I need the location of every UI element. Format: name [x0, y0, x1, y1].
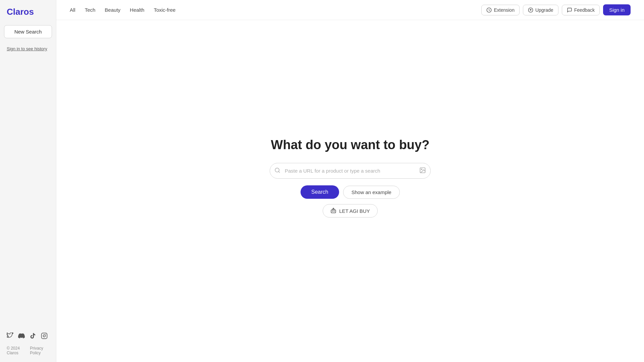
sidebar: Claros New Search Sign in to see history [0, 0, 56, 362]
svg-rect-0 [42, 333, 47, 339]
social-icons-group [4, 330, 52, 342]
svg-point-12 [332, 211, 333, 212]
nav-link-health[interactable]: Health [130, 6, 144, 14]
nav-link-all[interactable]: All [70, 6, 75, 14]
search-bar-container [270, 163, 431, 179]
discord-icon[interactable] [18, 333, 25, 339]
extension-icon [486, 7, 492, 13]
feedback-icon [567, 7, 572, 13]
svg-point-15 [333, 208, 334, 209]
instagram-icon[interactable] [41, 333, 48, 339]
agi-buy-label: LET AGI BUY [339, 208, 370, 214]
footer-text: © 2024 Claros Privacy Policy [4, 345, 52, 357]
sign-in-button[interactable]: Sign in [603, 4, 631, 15]
feedback-button[interactable]: Feedback [562, 5, 600, 15]
action-buttons-group: Search Show an example [301, 185, 400, 199]
copyright-text: © 2024 Claros [7, 346, 26, 355]
svg-rect-9 [331, 210, 336, 213]
robot-icon [330, 208, 336, 214]
search-input[interactable] [270, 163, 431, 179]
sidebar-footer: © 2024 Claros Privacy Policy [4, 330, 52, 357]
svg-point-8 [421, 169, 422, 170]
upgrade-label: Upgrade [535, 7, 553, 13]
app-logo: Claros [4, 5, 52, 18]
upgrade-button[interactable]: Upgrade [523, 5, 558, 15]
search-icon [274, 167, 280, 175]
main-content: All Tech Beauty Health Toxic-free Extens… [56, 0, 644, 362]
nav-link-tech[interactable]: Tech [85, 6, 96, 14]
search-button[interactable]: Search [301, 185, 339, 199]
center-content: What do you want to buy? Search Show an … [56, 20, 644, 362]
nav-link-toxicfree[interactable]: Toxic-free [154, 6, 175, 14]
nav-link-beauty[interactable]: Beauty [105, 6, 120, 14]
show-example-button[interactable]: Show an example [343, 186, 400, 199]
main-heading: What do you want to buy? [271, 138, 430, 152]
top-navigation: All Tech Beauty Health Toxic-free Extens… [56, 0, 644, 20]
image-upload-icon[interactable] [419, 167, 426, 175]
tiktok-icon[interactable] [30, 333, 36, 339]
nav-actions-group: Extension Upgrade Feedback Sign in [481, 4, 631, 15]
agi-buy-button[interactable]: LET AGI BUY [323, 204, 377, 218]
extension-label: Extension [494, 7, 514, 13]
feedback-label: Feedback [574, 7, 595, 13]
extension-button[interactable]: Extension [481, 5, 519, 15]
nav-links-group: All Tech Beauty Health Toxic-free [70, 6, 472, 14]
twitter-icon[interactable] [7, 333, 13, 339]
new-search-button[interactable]: New Search [4, 25, 52, 38]
privacy-policy-link[interactable]: Privacy Policy [30, 346, 49, 355]
upgrade-icon [528, 7, 533, 13]
sign-in-history-link[interactable]: Sign in to see history [4, 45, 52, 53]
svg-line-6 [278, 171, 279, 172]
svg-point-13 [334, 211, 335, 212]
